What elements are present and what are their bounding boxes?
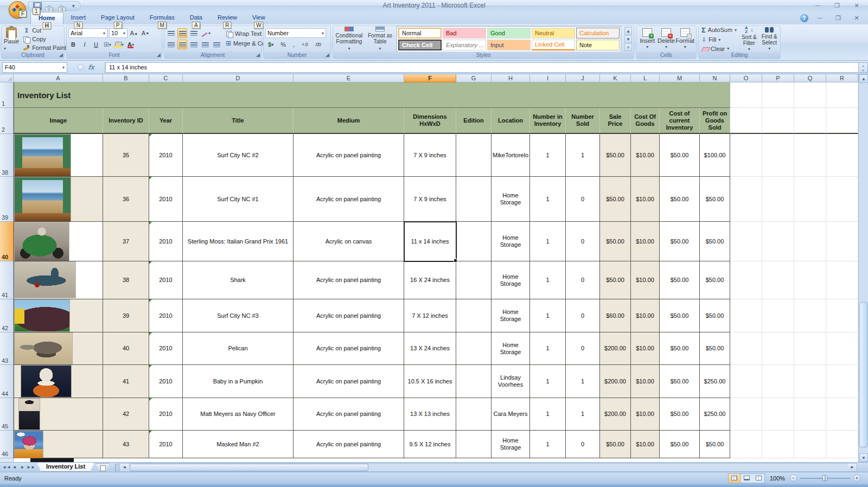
column-header-F[interactable]: F bbox=[404, 74, 456, 82]
cell-D41[interactable]: Shark bbox=[183, 261, 293, 299]
cell-B44[interactable]: 41 bbox=[103, 365, 149, 398]
cell-K39[interactable]: $50.00 bbox=[600, 177, 631, 222]
cell-A41[interactable] bbox=[14, 261, 103, 299]
table-header-K[interactable]: Sale Price bbox=[600, 108, 631, 134]
cell-F43[interactable]: 13 X 24 inches bbox=[404, 332, 456, 365]
cell-M38[interactable]: $50.00 bbox=[660, 134, 700, 177]
cell-C40[interactable]: 2010 bbox=[149, 222, 183, 261]
style-explanatory[interactable]: Explanatory ... bbox=[443, 40, 486, 50]
cell-O42[interactable] bbox=[730, 299, 762, 332]
cell-A45[interactable] bbox=[14, 398, 103, 431]
cell-H41[interactable]: Home Storage bbox=[492, 261, 530, 299]
cell-M40[interactable]: $50.00 bbox=[660, 222, 700, 261]
cell-L38[interactable]: $10.00 bbox=[631, 134, 660, 177]
cell-P43[interactable] bbox=[762, 332, 794, 365]
cell-H39[interactable]: Home Storage bbox=[492, 177, 530, 222]
cell-D46[interactable]: Masked Man #2 bbox=[183, 431, 293, 458]
align-middle-button[interactable] bbox=[177, 28, 187, 38]
cell-D38[interactable]: Surf City NC #2 bbox=[183, 134, 293, 177]
cell-A40[interactable] bbox=[14, 222, 103, 261]
cell-N40[interactable]: $50.00 bbox=[700, 222, 730, 261]
cell-I39[interactable]: 1 bbox=[530, 177, 566, 222]
tab-split-handle[interactable] bbox=[115, 464, 118, 471]
format-cells-button[interactable]: ▦Format▾ bbox=[676, 28, 694, 49]
cell-B45[interactable]: 42 bbox=[103, 398, 149, 431]
cell-B41[interactable]: 38 bbox=[103, 261, 149, 299]
style-check[interactable]: Check Cell bbox=[398, 40, 442, 50]
cell-A44[interactable] bbox=[14, 365, 103, 398]
underline-button[interactable]: U bbox=[91, 40, 101, 49]
table-header-C[interactable]: Year bbox=[149, 108, 183, 134]
cell-Q41[interactable] bbox=[794, 261, 826, 299]
table-header-A[interactable]: Image bbox=[14, 108, 103, 134]
cell-G39[interactable] bbox=[456, 177, 492, 222]
cell-L45[interactable]: $10.00 bbox=[631, 398, 660, 431]
cell-B40[interactable]: 37 bbox=[103, 222, 149, 261]
cell-E41[interactable]: Acrylic on panel painting bbox=[293, 261, 404, 299]
cell-B46[interactable]: 43 bbox=[103, 431, 149, 458]
cell-M42[interactable]: $50.00 bbox=[660, 299, 700, 332]
cell-H46[interactable]: Home Storage bbox=[492, 431, 530, 458]
cell-N46[interactable]: $50.00 bbox=[700, 431, 730, 458]
cell-M39[interactable]: $50.00 bbox=[660, 177, 700, 222]
borders-button[interactable]: ⊞▾ bbox=[103, 40, 112, 49]
cell-C39[interactable]: 2010 bbox=[149, 177, 183, 222]
cell-O39[interactable] bbox=[730, 177, 762, 222]
sheet-title-cell[interactable]: Inventory List bbox=[14, 82, 730, 108]
cell-F40[interactable]: 11 x 14 inches bbox=[404, 222, 456, 261]
cell-P1[interactable] bbox=[762, 82, 794, 108]
cell-O38[interactable] bbox=[730, 134, 762, 177]
conditional-formatting-button[interactable]: Conditional Formatting▾ bbox=[335, 27, 363, 52]
cell-F42[interactable]: 7 X 12 inches bbox=[404, 299, 456, 332]
gallery-up-icon[interactable]: ▲ bbox=[624, 27, 632, 35]
align-bottom-button[interactable] bbox=[189, 28, 199, 38]
cell-E44[interactable]: Acrylic on panel painting bbox=[293, 365, 404, 398]
cell-D40[interactable]: Sterling Moss: Italian Grand Prix 1961 bbox=[183, 222, 293, 261]
insert-cells-button[interactable]: +Insert▾ bbox=[638, 28, 656, 49]
style-normal[interactable]: Normal bbox=[398, 28, 442, 39]
restore-button[interactable]: ❐ bbox=[830, 2, 844, 10]
cell-F45[interactable]: 13 X 13 inches bbox=[404, 398, 456, 431]
cell-A39[interactable] bbox=[14, 177, 103, 222]
cell-D43[interactable]: Pelican bbox=[183, 332, 293, 365]
italic-button[interactable]: I bbox=[80, 40, 90, 49]
cell-Q46[interactable] bbox=[794, 431, 826, 458]
close-button[interactable]: ✕ bbox=[850, 2, 864, 10]
cell-D42[interactable]: Surf City NC #3 bbox=[183, 299, 293, 332]
tab-data[interactable]: DataA bbox=[182, 12, 210, 24]
cell-J39[interactable]: 0 bbox=[566, 177, 600, 222]
style-calculation[interactable]: Calculation bbox=[576, 28, 620, 39]
cell-N45[interactable]: $250.00 bbox=[700, 398, 730, 431]
cell-J38[interactable]: 1 bbox=[566, 134, 600, 177]
cell-L46[interactable]: $10.00 bbox=[631, 431, 660, 458]
cell-M41[interactable]: $50.00 bbox=[660, 261, 700, 299]
scroll-up-icon[interactable]: ▲ bbox=[859, 74, 868, 83]
zoom-slider[interactable] bbox=[800, 475, 850, 482]
align-center-button[interactable] bbox=[177, 40, 187, 49]
cell-B42[interactable]: 39 bbox=[103, 299, 149, 332]
column-header-G[interactable]: G bbox=[456, 74, 492, 82]
cell-Q38[interactable] bbox=[794, 134, 826, 177]
accounting-format-button[interactable]: $▾ bbox=[265, 40, 276, 49]
vertical-scroll-thumb[interactable] bbox=[859, 302, 868, 447]
shrink-font-button[interactable]: A▼ bbox=[141, 28, 150, 38]
tab-page-layout[interactable]: Page LayoutP bbox=[93, 12, 142, 24]
cell-H38[interactable]: MikeTortorelo bbox=[492, 134, 530, 177]
cell-Q44[interactable] bbox=[794, 365, 826, 398]
help-icon[interactable]: ? bbox=[800, 14, 808, 22]
delete-cells-button[interactable]: ×Delete▾ bbox=[657, 28, 675, 49]
row-header-39[interactable]: 39 bbox=[0, 177, 14, 222]
find-select-button[interactable]: Find & Select▾ bbox=[761, 26, 778, 52]
font-color-button[interactable]: A▾ bbox=[126, 40, 136, 49]
insert-worksheet-tab[interactable] bbox=[95, 463, 110, 471]
cell-J44[interactable]: 1 bbox=[566, 365, 600, 398]
font-family-select[interactable]: Arial▾ bbox=[68, 28, 107, 38]
cell-R42[interactable] bbox=[826, 299, 858, 332]
cell-R46[interactable] bbox=[826, 431, 858, 458]
cell-G41[interactable] bbox=[456, 261, 492, 299]
cell-N41[interactable]: $50.00 bbox=[700, 261, 730, 299]
copy-button[interactable]: Copy bbox=[22, 35, 73, 43]
cell-I40[interactable]: 1 bbox=[530, 222, 566, 261]
cell-Q42[interactable] bbox=[794, 299, 826, 332]
cell-J43[interactable]: 0 bbox=[566, 332, 600, 365]
